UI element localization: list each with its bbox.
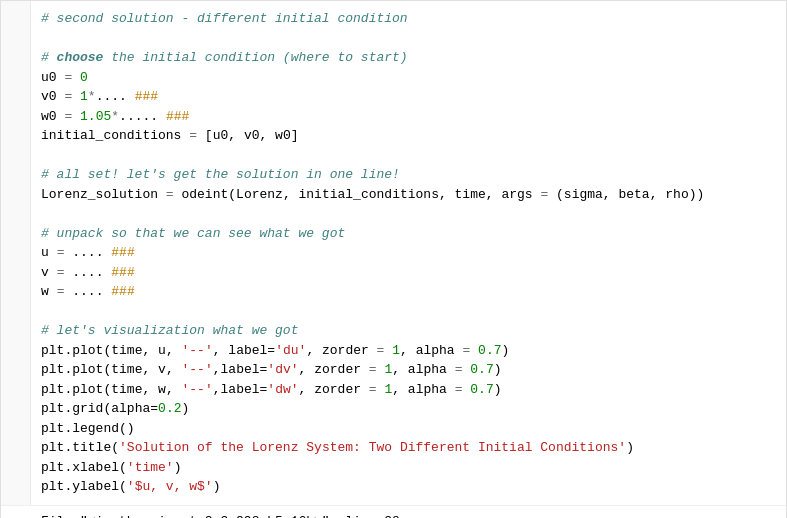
code-line-8: [41, 146, 776, 166]
code-line-16: [41, 302, 776, 322]
code-line-15: w = .... ###: [41, 282, 776, 302]
error-traceback: File "<ipython-input-3-3c298ab5c16b>", l…: [41, 512, 776, 519]
cell-gutter: [1, 1, 31, 505]
code-line-5: v0 = 1*.... ###: [41, 87, 776, 107]
code-line-19: plt.plot(time, v, '--',label='dv', zorde…: [41, 360, 776, 380]
code-line-12: # unpack so that we can see what we got: [41, 224, 776, 244]
code-line-13: u = .... ###: [41, 243, 776, 263]
code-line-25: plt.ylabel('$u, v, w$'): [41, 477, 776, 497]
code-line-1: # second solution - different initial co…: [41, 9, 776, 29]
code-line-7: initial_conditions = [u0, v0, w0]: [41, 126, 776, 146]
code-line-2: [41, 29, 776, 49]
code-line-11: [41, 204, 776, 224]
code-area[interactable]: # second solution - different initial co…: [31, 1, 786, 505]
error-output: File "<ipython-input-3-3c298ab5c16b>", l…: [1, 505, 786, 519]
error-file-line: File "<ipython-input-3-3c298ab5c16b>", l…: [41, 512, 776, 519]
code-line-20: plt.plot(time, w, '--',label='dw', zorde…: [41, 380, 776, 400]
code-line-17: # let's visualization what we got: [41, 321, 776, 341]
code-line-21: plt.grid(alpha=0.2): [41, 399, 776, 419]
code-line-14: v = .... ###: [41, 263, 776, 283]
code-line-22: plt.legend(): [41, 419, 776, 439]
code-line-6: w0 = 1.05*..... ###: [41, 107, 776, 127]
code-line-23: plt.title('Solution of the Lorenz System…: [41, 438, 776, 458]
code-cell[interactable]: # second solution - different initial co…: [1, 1, 786, 505]
notebook-container: # second solution - different initial co…: [0, 0, 787, 518]
code-line-9: # all set! let's get the solution in one…: [41, 165, 776, 185]
code-line-4: u0 = 0: [41, 68, 776, 88]
code-line-24: plt.xlabel('time'): [41, 458, 776, 478]
code-line-3: # choose the initial condition (where to…: [41, 48, 776, 68]
code-line-10: Lorenz_solution = odeint(Lorenz, initial…: [41, 185, 776, 205]
code-line-18: plt.plot(time, u, '--', label='du', zord…: [41, 341, 776, 361]
